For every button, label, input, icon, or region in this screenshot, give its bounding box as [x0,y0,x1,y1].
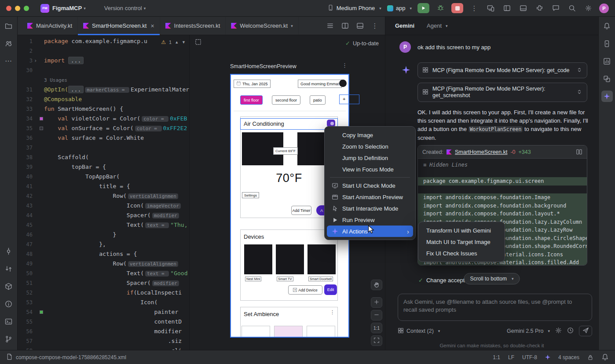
ambience-tile[interactable] [274,326,303,338]
canvas-mode-icon[interactable] [195,39,201,47]
status-file-name[interactable]: compose-compose-model-1758866285245.xml [16,354,126,360]
gemini-icon[interactable] [601,91,613,102]
menu-item-fix-ui-check-issues[interactable]: Fix UI Check Issues [421,248,502,259]
menu-item-run-preview[interactable]: Run Preview [327,214,413,226]
maximize-window-icon[interactable] [24,6,29,11]
floor-chip-patio[interactable]: patio [310,95,326,105]
ambience-tile[interactable] [307,326,335,338]
floor-chip-second[interactable]: second floor [272,95,300,105]
zoom-to-fit-button[interactable] [371,335,382,346]
open-diff-icon[interactable] [576,149,582,155]
minimize-window-icon[interactable] [15,6,20,11]
history-icon[interactable] [567,327,574,335]
stop-button[interactable] [451,3,463,13]
zoom-in-button[interactable] [371,297,382,308]
settings-icon[interactable] [583,3,593,14]
build-icon[interactable] [3,280,15,292]
expand-icon[interactable] [576,89,582,96]
more-actions-icon[interactable]: ⋮ [469,3,480,14]
code-editor[interactable]: 1package com.example.figmamcp.u23›import… [18,35,189,350]
tool-call-card[interactable]: MCP (Figma Remote Dev Mode MCP Server): … [417,62,587,78]
pan-tool-button[interactable] [371,280,382,290]
editor-layout-icon[interactable] [354,20,366,32]
layout-inspector-icon[interactable] [601,73,613,84]
read-only-lock-icon[interactable] [587,354,593,360]
hidden-lines-row[interactable]: ≡Hidden Lines [418,161,587,169]
preview-options-icon[interactable]: ⋮ [342,62,348,69]
menu-item-transform-ui-with-gemini[interactable]: Transform UI with Gemini [421,225,502,236]
user-avatar[interactable]: P [599,4,609,13]
add-device-button[interactable]: + Add Device [288,285,322,295]
ai-chat-icon[interactable] [550,3,561,14]
inspection-widget[interactable]: ⚠ 1 ▲ ▼ [161,37,186,47]
project-icon[interactable] [3,20,15,32]
prompt-input[interactable] [398,294,592,320]
add-floor-chip-selection[interactable]: + [339,95,359,104]
problems-icon[interactable] [3,298,15,309]
close-tab-icon[interactable]: × [150,22,154,29]
notifications-icon[interactable] [601,20,613,32]
commit-icon[interactable] [3,245,15,257]
tab-smarthomescreen-kt[interactable]: SmartHomeScreen.kt× [78,17,160,35]
terminal-icon[interactable] [3,316,15,327]
tab-gemini[interactable]: Gemini [395,22,414,29]
community-profile-icon[interactable] [3,38,15,49]
line-separator[interactable]: LF [508,354,514,360]
tab-interestsscreen-kt[interactable]: InterestsScreen.kt [160,17,226,35]
tab-mainactivity-kt[interactable]: MainActivity.kt [22,17,78,35]
device-selector[interactable]: Medium Phone ▾ [327,4,381,12]
project-name[interactable]: FigmaMCP [52,5,82,11]
floor-chip-first[interactable]: first floor [240,95,263,105]
menu-item-start-animation-preview[interactable]: Start Animation Preview [327,191,413,203]
device-manager-icon[interactable] [485,3,496,14]
menu-item-start-ui-check-mode[interactable]: Start UI Check Mode [327,180,413,191]
editor-options-icon[interactable]: ⋮ [369,20,381,32]
indent-size[interactable]: 4 spaces [558,354,579,360]
tool-call-card[interactable]: MCP (Figma Remote Dev Mode MCP Server): … [417,83,587,102]
search-everywhere-icon[interactable] [567,3,577,14]
extensions-icon[interactable] [534,3,545,14]
zoom-out-button[interactable] [371,310,382,320]
expand-icon[interactable] [576,67,582,74]
close-window-icon[interactable] [6,6,11,11]
more-tool-windows-icon[interactable]: ⋯ [3,55,15,67]
gemini-status-icon[interactable] [545,355,550,360]
add-timer-button[interactable]: Add Timer [291,206,311,215]
prev-issue-icon[interactable]: ▲ [175,37,179,47]
next-issue-icon[interactable]: ▼ [182,37,186,47]
ambience-tile[interactable] [242,326,270,338]
file-encoding[interactable]: UTF-8 [522,354,537,360]
menu-item-jump-to-definition[interactable]: Jump to Definition [327,152,413,164]
tab-agent[interactable]: Agent ▾ [427,22,448,29]
debug-button[interactable] [435,3,446,14]
run-button[interactable] [417,3,429,13]
menu-item-zoom-to-selection[interactable]: Zoom to Selection [327,141,413,152]
tab-welcomescreen-kt[interactable]: WelcomeScreen.kt▾ [226,17,298,35]
bottom-panel-toggle-icon[interactable] [518,3,528,14]
profiler-icon[interactable] [601,55,613,67]
menu-item-match-ui-to-target-image[interactable]: Match UI to Target Image [421,236,502,248]
cursor-position[interactable]: 1:1 [493,354,500,360]
ide-notifications-icon[interactable] [601,353,609,361]
run-configuration-selector[interactable]: app ▾ [387,5,412,11]
sidebar-toggle-icon[interactable] [502,3,512,14]
version-control-menu[interactable]: Version control [104,5,142,11]
chevron-down-icon[interactable]: ▾ [291,24,293,28]
settings-label[interactable]: Settings [242,192,259,198]
pull-requests-icon[interactable] [3,263,15,274]
menu-item-copy-image[interactable]: Copy Image [327,129,413,141]
menu-item-start-interactive-mode[interactable]: Start Interactive Mode [327,203,413,214]
gemini-settings-icon[interactable] [555,327,562,335]
window-controls[interactable] [6,6,29,11]
menu-item-view-in-focus-mode[interactable]: View in Focus Mode [327,164,413,175]
split-editor-icon[interactable] [339,20,351,32]
scroll-to-bottom-button[interactable]: Scroll to bottom ▾ [464,273,520,284]
zoom-actual-size-button[interactable]: 1:1 [371,323,382,333]
context-selector[interactable]: Context (2) ▾ [398,328,440,335]
edit-button[interactable]: Edit [324,284,337,295]
section-options-icon[interactable]: ⋮ [330,309,335,315]
send-button[interactable] [579,326,592,336]
reader-mode-icon[interactable] [324,20,336,32]
created-file-link[interactable]: SmartHomeScreen.kt [455,149,507,155]
version-control-icon[interactable] [3,333,15,345]
